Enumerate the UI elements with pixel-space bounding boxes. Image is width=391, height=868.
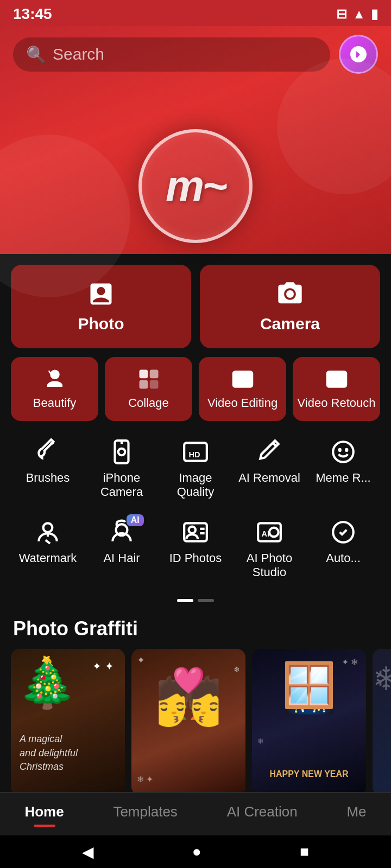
search-icon: 🔍 [26, 45, 46, 64]
svg-rect-11 [115, 441, 129, 463]
ai-photo-studio-label: AI Photo Studio [235, 551, 304, 579]
photo-graffiti-title: Photo Graffiti [0, 613, 391, 649]
recent-button[interactable]: ■ [300, 843, 309, 860]
svg-point-20 [43, 523, 53, 532]
video-editing-label: Video Editing [207, 396, 278, 410]
image-quality-item[interactable]: HD Image Quality [159, 434, 232, 503]
iphone-camera-label: iPhone Camera [87, 471, 156, 499]
photo-button[interactable]: ✦ Photo [11, 265, 191, 348]
collage-icon [137, 368, 160, 391]
iphone-camera-icon [108, 438, 135, 465]
ai-removal-label: AI Removal [238, 471, 300, 485]
svg-rect-1 [139, 370, 148, 379]
video-retouch-icon [325, 368, 348, 391]
id-photos-label: ID Photos [169, 551, 222, 565]
nav-ai-creation-label: AI Creation [227, 803, 298, 820]
camera-label: Camera [260, 315, 320, 333]
camera-icon [276, 280, 304, 308]
id-photos-icon [182, 519, 209, 546]
svg-rect-4 [149, 380, 158, 389]
nav-templates[interactable]: Templates [102, 801, 188, 829]
status-icons: ⊟ ▲ ▮ [336, 7, 378, 22]
svg-point-12 [118, 449, 125, 456]
nav-me[interactable]: Me [336, 801, 377, 829]
svg-rect-6 [233, 372, 252, 375]
svg-text:✦: ✦ [92, 283, 98, 291]
photo-card-3[interactable]: 🪟 HAPPY NEW YEAR ✦ ❄ ❄ [252, 649, 366, 795]
wifi-icon: ▲ [352, 7, 365, 22]
page-dots [0, 595, 391, 613]
video-editing-icon [231, 368, 254, 391]
dot-2 [198, 599, 214, 602]
watermark-icon [34, 519, 61, 546]
svg-point-9 [335, 378, 338, 380]
logo-letter: m~ [166, 161, 225, 211]
watermark-item[interactable]: Watermark [11, 514, 85, 584]
svg-line-22 [46, 540, 50, 544]
bottom-nav: Home Templates AI Creation Me [0, 792, 391, 835]
photo-card-overflow: ❄ [373, 649, 391, 795]
id-photos-item[interactable]: ID Photos [159, 514, 232, 584]
photo-graffiti-grid: 🎄 A magicaland delightfulChristmas ✦ ✦ 💏… [0, 649, 391, 795]
ai-removal-icon [256, 438, 283, 465]
hero-section: 🔍 Search m~ [0, 26, 391, 254]
photo3-label: HAPPY NEW YEAR [269, 769, 348, 778]
iphone-camera-item[interactable]: iPhone Camera [85, 434, 159, 503]
brushes-icon [34, 438, 61, 465]
icon-row-2: Watermark AI AI Hair ID [11, 514, 380, 584]
collage-button[interactable]: Collage [105, 357, 192, 421]
home-button[interactable]: ● [192, 843, 201, 860]
dot-1 [177, 599, 193, 602]
ai-hair-label: AI Hair [103, 551, 140, 565]
image-quality-label: Image Quality [161, 471, 230, 499]
avatar-button[interactable] [339, 35, 378, 74]
meme-label: Meme R... [316, 471, 370, 485]
camera-button[interactable]: Camera [200, 265, 380, 348]
nav-home[interactable]: Home [14, 801, 74, 829]
battery-icon: ▮ [371, 7, 378, 22]
photo-card-1[interactable]: 🎄 A magicaland delightfulChristmas ✦ ✦ [11, 649, 125, 795]
ai-photo-studio-icon: AI [256, 519, 283, 546]
avatar-icon [349, 44, 368, 64]
svg-point-10 [339, 372, 343, 375]
svg-point-25 [189, 527, 196, 534]
search-bar: 🔍 Search [13, 35, 378, 74]
ai-hair-item[interactable]: AI AI Hair [85, 514, 159, 584]
svg-rect-2 [149, 370, 158, 379]
video-retouch-button[interactable]: Video Retouch [293, 357, 380, 421]
ai-photo-studio-item[interactable]: AI AI Photo Studio [232, 514, 306, 584]
icon-rows: Brushes iPhone Camera HD Image Quality [0, 421, 391, 595]
video-retouch-label: Video Retouch [298, 396, 376, 410]
video-editing-button[interactable]: Video Editing [199, 357, 286, 421]
ai-removal-item[interactable]: AI Removal [232, 434, 306, 503]
brushes-item[interactable]: Brushes [11, 434, 85, 503]
time: 13:45 [13, 5, 52, 23]
svg-point-30 [269, 528, 279, 537]
small-buttons-row: Beautify Collage Video Editing [0, 348, 391, 421]
svg-rect-3 [139, 380, 148, 389]
auto-label: Auto... [326, 551, 361, 565]
search-input-wrap[interactable]: 🔍 Search [13, 37, 330, 72]
big-buttons-row: ✦ Photo Camera [0, 254, 391, 348]
status-bar: 13:45 ⊟ ▲ ▮ [0, 0, 391, 26]
main-content: ✦ Photo Camera Beautify [0, 254, 391, 868]
beautify-button[interactable]: Beautify [11, 357, 98, 421]
nav-ai-creation[interactable]: AI Creation [216, 801, 308, 829]
meme-icon [330, 438, 357, 465]
auto-item[interactable]: Auto... [306, 514, 380, 584]
beautify-icon [43, 368, 66, 391]
photo-label: Photo [78, 315, 124, 333]
app-logo: m~ [138, 129, 253, 243]
nav-home-indicator [34, 825, 55, 827]
svg-line-16 [273, 443, 276, 446]
ai-badge: AI [127, 514, 144, 526]
watermark-label: Watermark [19, 551, 77, 565]
svg-point-17 [333, 442, 354, 462]
nav-templates-label: Templates [113, 803, 178, 820]
nav-home-label: Home [24, 803, 64, 820]
photo-card-2[interactable]: 💏 ✦ ❄ ❄ ✦ [131, 649, 245, 795]
icon-row-1: Brushes iPhone Camera HD Image Quality [11, 434, 380, 503]
meme-item[interactable]: Meme R... [306, 434, 380, 503]
photo1-text: A magicaland delightfulChristmas [20, 733, 78, 771]
back-button[interactable]: ◀ [82, 843, 94, 861]
